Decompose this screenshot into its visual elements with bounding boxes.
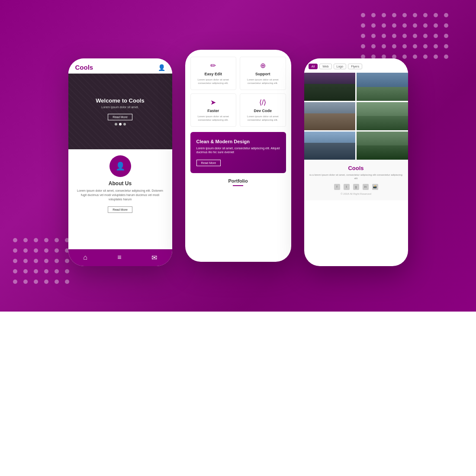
hero-dot-3 (123, 123, 126, 125)
bottom-section (0, 312, 476, 476)
nav-home-icon[interactable]: ⌂ (83, 254, 87, 262)
photo-cell-3 (304, 102, 356, 130)
phone-middle: ✏Easy EditLorem ipsum dolor sit amet con… (185, 50, 291, 262)
dot (402, 44, 407, 48)
social-icon-3[interactable]: in (363, 184, 369, 190)
photo-cell-6 (357, 132, 408, 160)
phone-left-nav: ⌂ ≡ ✉ (68, 249, 172, 266)
feature-text: Lorem ipsum dolor sit amet consectetur a… (244, 78, 282, 85)
dot (444, 23, 448, 28)
footer-text: ia a lorem ipsum dolor sit amet, consect… (309, 173, 404, 180)
phone-right-header: AllWebLogoFlyers (304, 58, 408, 73)
feature-icon: ⊕ (244, 61, 282, 70)
feature-icon: ➤ (194, 98, 233, 106)
dot (34, 248, 38, 253)
nav-menu-icon[interactable]: ≡ (117, 254, 121, 262)
feature-icon: ⟨/⟩ (244, 98, 282, 106)
feature-title: Easy Edit (194, 72, 233, 76)
filter-tab-logo[interactable]: Logo (334, 64, 347, 69)
phone-left-hero: Welcome to Cools Lorem ipsum dolor sit a… (68, 74, 172, 149)
dot (413, 23, 417, 28)
hero-text: Welcome to Cools Lorem ipsum dolor sit a… (96, 97, 144, 120)
dot (34, 269, 38, 273)
dot (423, 55, 428, 59)
dot (23, 238, 28, 242)
dot (444, 13, 448, 17)
filter-tab-web[interactable]: Web (319, 64, 331, 69)
social-icon-1[interactable]: t (344, 184, 350, 190)
dot (13, 238, 17, 242)
dot (434, 55, 438, 59)
feature-card: ⟨/⟩Dev CodeLorem ipsum dolor sit amet co… (240, 93, 286, 127)
dot (402, 55, 407, 59)
hero-read-more-button[interactable]: Read More (108, 114, 132, 120)
dot (23, 280, 28, 284)
phone-middle-content: ✏Easy EditLorem ipsum dolor sit amet con… (185, 50, 291, 193)
photo-grid (304, 73, 408, 160)
about-icon-circle: 👤 (109, 155, 131, 177)
nav-mail-icon[interactable]: ✉ (151, 254, 157, 262)
feature-card: ⊕SupportLorem ipsum dolor sit amet conse… (240, 57, 286, 90)
dots-bottom-left (13, 238, 71, 286)
dot (44, 259, 48, 263)
dot (444, 55, 448, 59)
dot (34, 259, 38, 263)
promo-text: Lorem ipsum dolor sit amet, consectetur … (196, 146, 280, 155)
dot (392, 44, 396, 48)
user-icon: 👤 (158, 64, 165, 71)
phone-left-about: 👤 About Us Lorem ipsum dolor sit amet, c… (68, 149, 172, 219)
feature-icon: ✏ (194, 61, 233, 70)
phone-left: Cools 👤 Welcome to Cools Lorem ipsum dol… (68, 58, 172, 266)
portfolio-title: Portfolio (190, 178, 286, 183)
dot (44, 280, 48, 284)
hero-subtitle: Lorem ipsum dolor sit amet. (96, 106, 144, 109)
hero-title: Welcome to Cools (96, 97, 144, 104)
dot (434, 13, 438, 17)
about-read-more-button[interactable]: Read More (108, 206, 132, 213)
phone-right-footer: Cools ia a lorem ipsum dolor sit amet, c… (304, 160, 408, 200)
photo-cell-5 (304, 132, 356, 160)
dot (382, 34, 386, 38)
left-phone-brand: Cools (75, 64, 93, 71)
dots-top-right: // will render via JS (361, 13, 450, 61)
promo-card: Clean & Modern Design Lorem ipsum dolor … (190, 132, 286, 174)
dot (361, 44, 365, 48)
dot (423, 13, 428, 17)
dot (382, 13, 386, 17)
dot (413, 44, 417, 48)
dot (413, 34, 417, 38)
dot (434, 44, 438, 48)
dot (13, 269, 17, 273)
dot (392, 34, 396, 38)
dot (392, 23, 396, 28)
feature-title: Faster (194, 109, 233, 113)
about-user-icon: 👤 (116, 161, 125, 171)
features-grid: ✏Easy EditLorem ipsum dolor sit amet con… (190, 57, 286, 127)
social-icon-2[interactable]: g (353, 184, 359, 190)
photo-cell-2 (357, 73, 408, 101)
dot (423, 44, 428, 48)
dot (34, 280, 38, 284)
dot (402, 13, 407, 17)
dot (55, 259, 59, 263)
filter-tab-all[interactable]: All (309, 64, 318, 69)
dot (423, 34, 428, 38)
dot (434, 34, 438, 38)
social-icon-0[interactable]: f (334, 184, 340, 190)
feature-text: Lorem ipsum dolor sit amet consectetur a… (194, 115, 233, 122)
social-icon-4[interactable]: 📸 (372, 184, 378, 190)
promo-read-more-button[interactable]: Read More (196, 160, 221, 166)
footer-copyright: © 2018 All Right Reserved (309, 193, 404, 195)
dot (402, 23, 407, 28)
dot (392, 13, 396, 17)
hero-dot-1 (115, 123, 117, 125)
dot (65, 269, 69, 273)
dot (44, 238, 48, 242)
phone-right: AllWebLogoFlyers Cools ia a lorem ipsum … (304, 58, 408, 266)
filter-tab-flyers[interactable]: Flyers (348, 64, 362, 69)
dot (34, 238, 38, 242)
feature-title: Support (244, 72, 282, 76)
dot (371, 23, 376, 28)
filter-tabs: AllWebLogoFlyers (309, 64, 404, 69)
feature-card: ➤FasterLorem ipsum dolor sit amet consec… (190, 93, 237, 127)
